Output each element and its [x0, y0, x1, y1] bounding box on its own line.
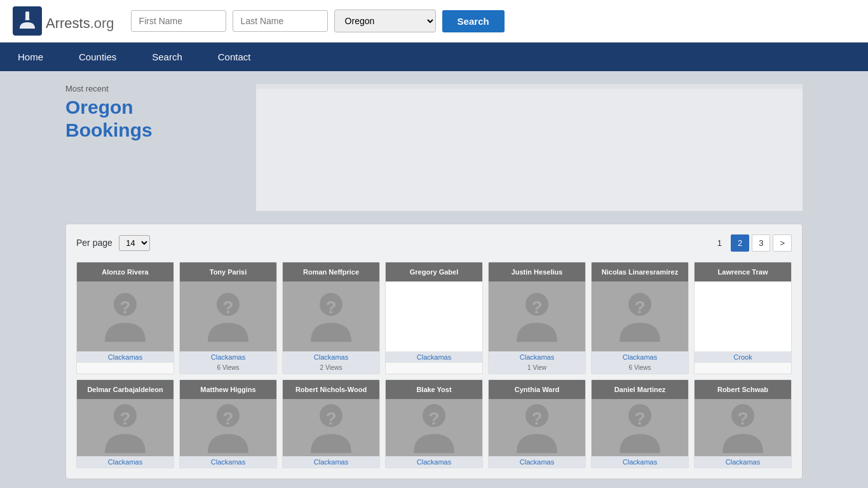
mugshot-name: Robert Nichols-Wood — [283, 380, 379, 399]
mugshot-card[interactable]: Tony Parisi ? Clackamas6 Views — [179, 262, 277, 374]
svg-rect-1 — [23, 11, 25, 20]
mugshot-county[interactable]: Clackamas — [489, 351, 585, 363]
mugshot-image: ? — [592, 281, 688, 351]
svg-text:?: ? — [737, 409, 748, 428]
mugshot-name: Delmar Carbajaldeleon — [77, 380, 173, 399]
mugshot-name: Gregory Gabel — [386, 262, 482, 281]
nav-counties[interactable]: Counties — [61, 43, 134, 71]
content-area: Most recent Oregon Bookings — [65, 84, 803, 211]
svg-text:?: ? — [531, 297, 542, 317]
mugshot-card[interactable]: Cynthia Ward ? Clackamas — [488, 379, 586, 468]
logo-icon — [13, 6, 42, 36]
nav-contact[interactable]: Contact — [200, 43, 269, 71]
mugshot-county[interactable]: Clackamas — [283, 456, 379, 468]
search-form: OregonAlabamaAlaskaArizonaArkansasCalifo… — [131, 10, 855, 32]
mugshot-card[interactable]: Gregory GabelClackamas — [385, 262, 483, 374]
title-line2: Bookings — [65, 119, 153, 140]
logo-area[interactable]: Arrests.org — [13, 6, 114, 36]
per-page-control: Per page 7142128 — [76, 235, 150, 251]
svg-text:?: ? — [428, 409, 439, 428]
svg-text:?: ? — [222, 409, 233, 428]
mugshot-card[interactable]: Delmar Carbajaldeleon ? Clackamas — [76, 379, 174, 468]
mugshot-image: ? — [283, 399, 379, 456]
mugshot-name: Nicolas Linaresramirez — [592, 262, 688, 281]
mugshot-county[interactable]: Clackamas — [489, 456, 585, 468]
mugshot-county[interactable]: Clackamas — [386, 351, 482, 363]
mugshot-county[interactable]: Clackamas — [386, 456, 482, 468]
page-3[interactable]: 3 — [752, 234, 770, 252]
mugshot-image: ? — [77, 399, 173, 456]
most-recent-label: Most recent — [65, 84, 243, 93]
last-name-input[interactable] — [233, 10, 328, 32]
nav-home[interactable]: Home — [0, 43, 61, 71]
mugshot-card[interactable]: Justin Heselius ? Clackamas1 View — [488, 262, 586, 374]
mugshot-name: Alonzo Rivera — [77, 262, 173, 281]
svg-text:?: ? — [325, 409, 336, 428]
mugshot-image: ? — [180, 399, 276, 456]
pagination: 1 2 3 > — [711, 234, 792, 252]
mugshot-image — [386, 281, 482, 351]
mugshot-image: ? — [489, 281, 585, 351]
mugshot-views: 6 Views — [180, 363, 276, 374]
mugshot-image: ? — [489, 399, 585, 456]
per-page-select[interactable]: 7142128 — [119, 235, 150, 251]
mugshot-image: ? — [283, 281, 379, 351]
search-button[interactable]: Search — [442, 10, 505, 32]
svg-text:?: ? — [634, 297, 645, 317]
title-line1: Oregon — [65, 97, 133, 118]
page-title: Oregon Bookings — [65, 96, 243, 142]
mugshot-county[interactable]: Clackamas — [592, 456, 688, 468]
svg-text:?: ? — [222, 297, 233, 317]
mugshot-views: 6 Views — [592, 363, 688, 374]
page-1[interactable]: 1 — [711, 235, 728, 251]
first-name-input[interactable] — [131, 10, 226, 32]
mugshot-card[interactable]: Matthew Higgins ? Clackamas — [179, 379, 277, 468]
mugshot-county[interactable]: Clackamas — [180, 456, 276, 468]
logo-org: .org — [90, 15, 114, 31]
mugshot-name: Daniel Martinez — [592, 380, 688, 399]
svg-text:?: ? — [119, 297, 130, 317]
mugshot-county[interactable]: Clackamas — [180, 351, 276, 363]
svg-text:?: ? — [119, 409, 130, 428]
sidebar: Most recent Oregon Bookings — [65, 84, 243, 211]
mugshot-name: Tony Parisi — [180, 262, 276, 281]
per-page-label: Per page — [76, 238, 112, 248]
mugshot-image: ? — [77, 281, 173, 351]
main-content: Most recent Oregon Bookings Per page 714… — [53, 71, 815, 488]
next-page-button[interactable]: > — [773, 234, 792, 252]
mugshot-county[interactable]: Clackamas — [695, 456, 791, 468]
svg-rect-2 — [29, 11, 32, 20]
logo-arrests: Arrests — [46, 15, 90, 31]
mugshot-name: Justin Heselius — [489, 262, 585, 281]
mugshot-county[interactable]: Clackamas — [77, 456, 173, 468]
state-select[interactable]: OregonAlabamaAlaskaArizonaArkansasCalifo… — [334, 10, 436, 32]
mugshot-name: Lawrence Traw — [695, 262, 791, 281]
mugshot-county[interactable]: Clackamas — [77, 351, 173, 363]
mugshot-name: Cynthia Ward — [489, 380, 585, 399]
mugshot-county[interactable]: Clackamas — [592, 351, 688, 363]
mugshot-image: ? — [592, 399, 688, 456]
mugshot-county[interactable]: Crook — [695, 351, 791, 363]
mugshot-card[interactable]: Daniel Martinez ? Clackamas — [591, 379, 689, 468]
mugshot-county[interactable]: Clackamas — [283, 351, 379, 363]
mugshot-image: ? — [180, 281, 276, 351]
nav-search[interactable]: Search — [134, 43, 200, 71]
ad-bar — [256, 84, 803, 89]
mugshot-name: Robert Schwab — [695, 380, 791, 399]
mugshot-card[interactable]: Alonzo Rivera ? Clackamas — [76, 262, 174, 374]
main-nav: Home Counties Search Contact — [0, 43, 868, 71]
svg-text:?: ? — [531, 409, 542, 428]
svg-text:?: ? — [325, 297, 336, 317]
mugshot-name: Matthew Higgins — [180, 380, 276, 399]
svg-text:?: ? — [634, 409, 645, 428]
mugshot-card[interactable]: Roman Neffprice ? Clackamas2 Views — [282, 262, 380, 374]
mugshot-card[interactable]: Robert Nichols-Wood ? Clackamas — [282, 379, 380, 468]
mugshot-card[interactable]: Lawrence TrawCrook — [694, 262, 792, 374]
mugshot-card[interactable]: Blake Yost ? Clackamas — [385, 379, 483, 468]
mugshot-views: 2 Views — [283, 363, 379, 374]
mugshot-card[interactable]: Nicolas Linaresramirez ? Clackamas6 View… — [591, 262, 689, 374]
mugshot-image — [695, 281, 791, 351]
page-2[interactable]: 2 — [731, 234, 749, 252]
mugshot-views: 1 View — [489, 363, 585, 374]
mugshot-card[interactable]: Robert Schwab ? Clackamas — [694, 379, 792, 468]
